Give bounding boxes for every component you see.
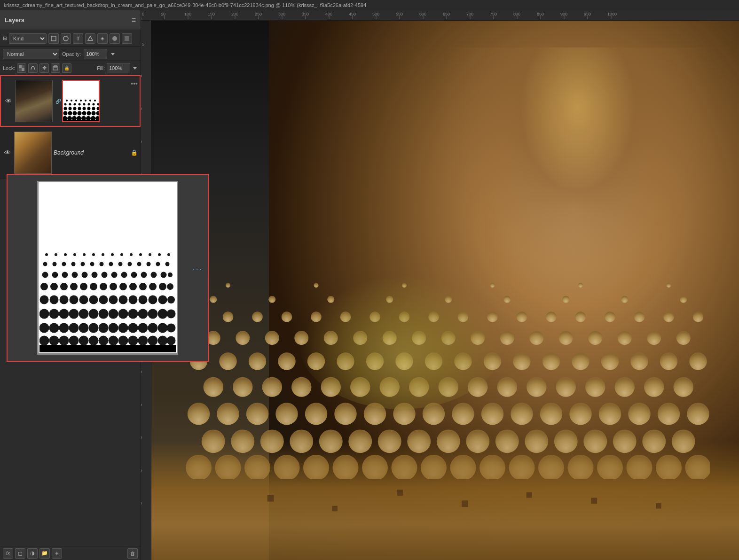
svg-point-60	[73, 253, 76, 256]
svg-text:150: 150	[208, 12, 215, 16]
filter-smart-btn[interactable]: ◈	[97, 33, 108, 44]
lock-position-btn[interactable]: ✥	[39, 63, 49, 73]
svg-point-40	[73, 111, 77, 116]
svg-point-349	[605, 311, 615, 322]
svg-point-274	[452, 403, 474, 425]
svg-text:300: 300	[278, 12, 285, 16]
canvas-area: 0 50 100 150 200 250 300 350 400	[141, 10, 739, 560]
svg-point-316	[660, 352, 677, 370]
svg-point-89	[82, 272, 88, 278]
svg-point-278	[569, 403, 592, 425]
svg-point-97	[161, 272, 167, 278]
svg-point-35	[87, 107, 91, 110]
svg-point-295	[556, 377, 576, 397]
svg-point-68	[149, 253, 151, 256]
new-group-btn[interactable]: 📁	[39, 548, 50, 559]
svg-point-133	[99, 309, 109, 319]
svg-point-98	[168, 272, 173, 277]
svg-text:950: 950	[584, 12, 591, 16]
svg-point-320	[265, 331, 279, 345]
filter-type-btn[interactable]: T	[73, 33, 83, 44]
svg-point-286	[291, 377, 312, 397]
svg-point-102	[70, 283, 78, 290]
svg-point-24	[74, 103, 76, 106]
layer-item-1[interactable]: 👁 🔗	[0, 75, 141, 127]
svg-rect-0	[51, 36, 56, 41]
opacity-chevron-icon	[110, 51, 116, 57]
lock-all-btn[interactable]: 🔒	[62, 63, 71, 73]
group-icon: 📁	[41, 550, 48, 556]
svg-point-284	[233, 377, 253, 397]
svg-text:5: 5	[141, 502, 143, 505]
svg-point-104	[90, 283, 97, 290]
svg-point-365	[490, 283, 495, 288]
svg-point-130	[69, 309, 79, 319]
fill-label: Fill:	[97, 65, 105, 71]
popup-more-dots[interactable]: ...	[193, 264, 203, 272]
svg-point-148	[109, 323, 118, 333]
svg-point-38	[63, 111, 68, 116]
opacity-input[interactable]	[84, 49, 107, 59]
fill-chevron-icon	[132, 65, 138, 71]
svg-point-108	[129, 283, 137, 290]
add-fx-btn[interactable]: fx	[3, 548, 13, 559]
svg-marker-5	[111, 53, 115, 55]
svg-point-69	[158, 253, 161, 256]
layers-menu-icon[interactable]: ≡	[132, 16, 136, 24]
filter-gradient-btn[interactable]	[110, 33, 120, 44]
svg-point-146	[89, 323, 99, 333]
background-thumb	[14, 132, 52, 174]
svg-point-59	[64, 253, 67, 256]
ruler-top-svg: 0 50 100 150 200 250 300 350 400	[141, 10, 739, 19]
add-mask-btn[interactable]: ◻	[15, 548, 25, 559]
svg-point-33	[78, 107, 81, 110]
svg-point-140	[167, 310, 176, 319]
canvas-viewport[interactable]	[151, 21, 739, 560]
layer-1-more-btn[interactable]: •••	[131, 80, 138, 87]
new-layer-btn[interactable]: +	[52, 548, 62, 559]
filter-shape-btn[interactable]	[85, 33, 95, 44]
svg-point-336	[222, 311, 233, 322]
layer-item-background[interactable]: 👁 Background 🔒	[0, 127, 141, 179]
blend-mode-dropdown[interactable]: Normal Dissolve Multiply Screen Overlay	[3, 49, 59, 59]
lock-transparent-btn[interactable]	[17, 63, 26, 73]
filter-pixel-btn[interactable]	[48, 33, 59, 44]
svg-point-315	[630, 352, 648, 370]
lock-paint-btn[interactable]	[28, 63, 38, 73]
lock-label: Lock:	[3, 65, 15, 71]
layer-1-mask-thumb[interactable]	[62, 80, 100, 122]
svg-text:500: 500	[372, 12, 379, 16]
delete-layer-btn[interactable]: 🗑	[127, 548, 138, 559]
svg-point-293	[497, 377, 517, 397]
svg-point-26	[83, 103, 86, 106]
svg-point-299	[673, 377, 693, 397]
svg-text:250: 250	[255, 12, 262, 16]
svg-point-19	[85, 100, 86, 101]
background-visibility-toggle[interactable]: 👁	[3, 149, 12, 156]
svg-point-107	[119, 283, 127, 290]
filter-kind-dropdown[interactable]: Kind	[9, 33, 47, 44]
layer-1-visibility-toggle[interactable]: 👁	[4, 97, 13, 105]
background-lock-icon: 🔒	[131, 149, 138, 156]
svg-text:900: 900	[560, 12, 567, 16]
svg-text:5: 5	[142, 42, 144, 47]
mask-icon: ◻	[18, 550, 23, 557]
svg-point-314	[601, 352, 619, 370]
fill-input[interactable]	[107, 63, 130, 73]
svg-point-338	[281, 311, 292, 322]
new-fill-btn[interactable]: ◑	[27, 548, 38, 559]
svg-point-101	[60, 283, 68, 290]
svg-point-70	[167, 253, 170, 256]
svg-point-138	[148, 309, 158, 319]
svg-point-39	[68, 111, 72, 116]
svg-point-23	[69, 103, 71, 106]
filter-adjustment-btn[interactable]	[61, 33, 71, 44]
svg-point-151	[138, 323, 148, 333]
photo-composite	[151, 21, 739, 560]
filter-color-btn[interactable]	[122, 33, 132, 44]
svg-point-153	[158, 323, 168, 333]
svg-rect-373	[591, 498, 597, 504]
svg-rect-170	[141, 10, 739, 19]
svg-text:5: 5	[141, 436, 143, 439]
lock-artboard-btn[interactable]	[51, 63, 60, 73]
